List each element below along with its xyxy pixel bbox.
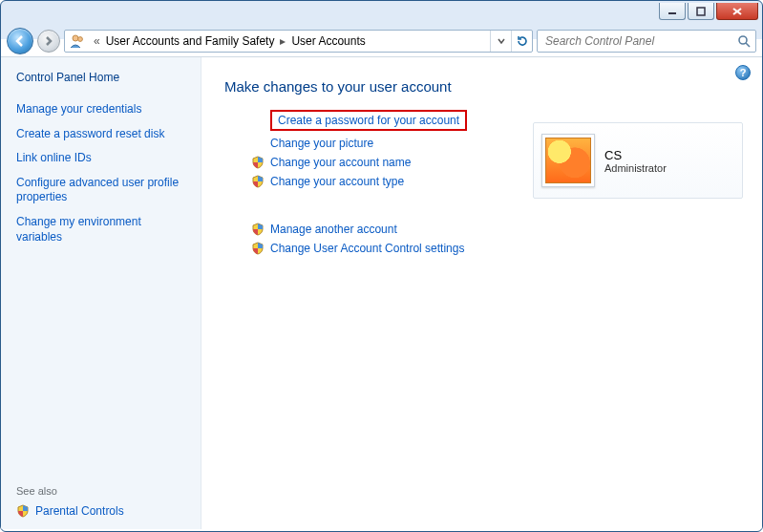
main-content: ? Make changes to your user account Crea… xyxy=(201,57,762,529)
control-panel-home-link[interactable]: Control Panel Home xyxy=(16,71,189,84)
sidebar: Control Panel Home Manage your credentia… xyxy=(1,57,201,529)
breadcrumb-parent[interactable]: User Accounts and Family Safety xyxy=(104,34,277,48)
account-tile[interactable]: CS Administrator xyxy=(533,122,743,199)
breadcrumb-chevron-icon: ▸ xyxy=(276,34,289,48)
body: Control Panel Home Manage your credentia… xyxy=(1,56,762,529)
navigation-row: « User Accounts and Family Safety ▸ User… xyxy=(1,26,762,56)
see-also-label: See also xyxy=(16,478,189,497)
see-also-link-parental-controls[interactable]: Parental Controls xyxy=(35,504,124,518)
svg-rect-1 xyxy=(697,8,705,15)
action-link[interactable]: Create a password for your account xyxy=(270,110,467,131)
address-bar-tail xyxy=(490,31,532,52)
action-link[interactable]: Change your picture xyxy=(270,137,373,150)
user-accounts-icon xyxy=(69,32,86,50)
maximize-button[interactable] xyxy=(688,3,714,20)
page-heading: Make changes to your user account xyxy=(224,78,743,95)
user-avatar-image xyxy=(545,138,591,183)
svg-point-4 xyxy=(73,35,78,41)
nav-forward-button[interactable] xyxy=(37,30,60,53)
action-change-uac[interactable]: Change User Account Control settings xyxy=(251,242,743,255)
account-name: CS xyxy=(604,148,667,162)
help-icon[interactable]: ? xyxy=(735,65,751,80)
close-button[interactable] xyxy=(716,3,758,20)
address-dropdown-button[interactable] xyxy=(490,31,511,52)
shield-icon xyxy=(251,175,265,188)
search-input[interactable] xyxy=(543,33,736,49)
avatar-frame xyxy=(541,134,595,187)
sidebar-link-credentials[interactable]: Manage your credentials xyxy=(16,102,189,117)
sidebar-link-password-disk[interactable]: Create a password reset disk xyxy=(16,127,189,142)
shield-icon xyxy=(251,242,265,255)
action-link[interactable]: Change User Account Control settings xyxy=(270,242,464,255)
search-box[interactable] xyxy=(537,30,756,53)
refresh-button[interactable] xyxy=(511,31,532,52)
shield-icon xyxy=(251,223,265,236)
nav-back-button[interactable] xyxy=(7,28,33,54)
svg-point-5 xyxy=(78,37,83,42)
action-link[interactable]: Change your account name xyxy=(270,156,411,169)
titlebar xyxy=(1,1,762,28)
breadcrumb-current[interactable]: User Accounts xyxy=(289,34,367,48)
see-also-item[interactable]: Parental Controls xyxy=(16,504,189,518)
breadcrumb-root-chevron-icon[interactable]: « xyxy=(90,34,104,48)
address-bar[interactable]: « User Accounts and Family Safety ▸ User… xyxy=(64,30,533,53)
svg-line-7 xyxy=(746,43,750,47)
shield-icon xyxy=(16,504,30,518)
sidebar-link-advanced-profile[interactable]: Configure advanced user profile properti… xyxy=(16,176,189,205)
control-panel-window: « User Accounts and Family Safety ▸ User… xyxy=(0,0,763,532)
shield-icon xyxy=(251,156,265,169)
search-icon[interactable] xyxy=(736,33,752,49)
sidebar-link-env-vars[interactable]: Change my environment variables xyxy=(16,215,189,245)
action-manage-another[interactable]: Manage another account xyxy=(251,223,743,236)
action-link[interactable]: Change your account type xyxy=(270,175,404,188)
account-text: CS Administrator xyxy=(604,148,667,174)
action-link[interactable]: Manage another account xyxy=(270,223,397,236)
svg-point-6 xyxy=(739,36,747,44)
sidebar-link-online-ids[interactable]: Link online IDs xyxy=(16,151,189,166)
account-role: Administrator xyxy=(604,162,667,174)
minimize-button[interactable] xyxy=(659,3,686,20)
